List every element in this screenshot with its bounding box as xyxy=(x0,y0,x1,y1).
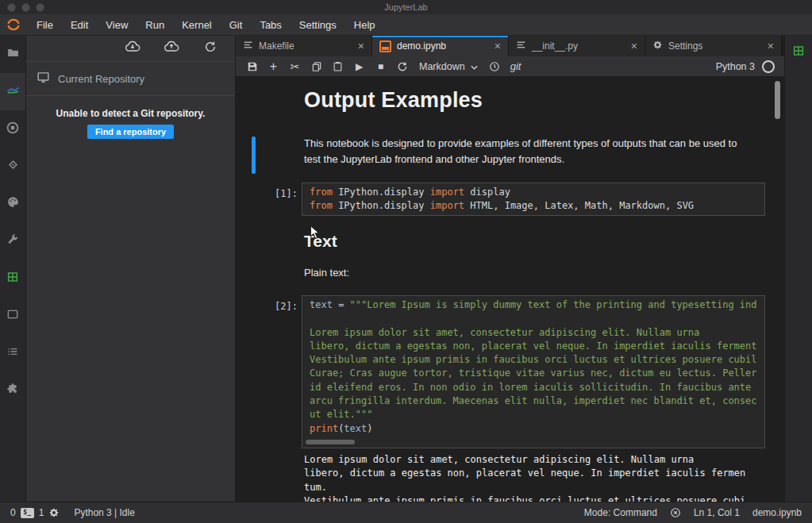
sidebar-item-open-tabs[interactable] xyxy=(0,297,25,334)
cursor-position[interactable]: Ln 1, Col 1 xyxy=(694,507,740,518)
markdown-paragraph: This notebook is designed to provide exa… xyxy=(304,136,737,167)
circled-x-icon[interactable] xyxy=(670,507,681,518)
terminals-count[interactable]: 0 xyxy=(10,507,16,518)
copy-cells-button[interactable] xyxy=(306,57,327,76)
tab-settings[interactable]: Settings × xyxy=(645,36,782,56)
menu-kernel[interactable]: Kernel xyxy=(173,19,221,31)
terminal-icon: $_ xyxy=(21,508,34,518)
stop-button[interactable]: ■ xyxy=(370,57,391,76)
horizontal-scrollbar-thumb[interactable] xyxy=(306,440,355,444)
tab-bar: Makefile × demo.ipynb × __init__.py × Se… xyxy=(236,36,784,56)
plain-text-label: Plain text: xyxy=(304,265,349,281)
git-push-button[interactable] xyxy=(160,39,182,58)
cell-type-dropdown[interactable]: Markdown xyxy=(413,61,484,72)
kernel-name: Python 3 xyxy=(716,61,755,72)
active-filename[interactable]: demo.ipynb xyxy=(752,507,802,518)
cut-cells-button[interactable]: ✂ xyxy=(284,57,306,76)
menu-edit[interactable]: Edit xyxy=(62,19,97,31)
table-green-icon xyxy=(6,271,19,286)
sidebar-item-table-extension[interactable] xyxy=(0,260,25,297)
tab-demo-ipynb[interactable]: demo.ipynb × xyxy=(372,36,509,56)
close-window-button[interactable] xyxy=(7,3,16,12)
sidebar-item-running-sessions[interactable] xyxy=(0,110,25,148)
chevron-down-icon xyxy=(471,61,478,72)
git-refresh-button[interactable] xyxy=(199,39,221,58)
close-tab-icon[interactable]: × xyxy=(358,40,364,52)
save-button[interactable] xyxy=(241,57,263,76)
status-bar: 0 $_ 1 Python 3 | Idle Mode: Command Ln … xyxy=(0,502,812,523)
git-panel-body: Unable to detect a Git repository. Find … xyxy=(26,96,235,139)
menu-settings[interactable]: Settings xyxy=(291,19,345,31)
tab-label: __init__.py xyxy=(532,40,625,52)
menu-git[interactable]: Git xyxy=(221,19,252,31)
menu-tabs[interactable]: Tabs xyxy=(251,19,290,31)
main-area: Current Repository Unable to detect a Gi… xyxy=(0,36,812,502)
run-button[interactable]: ▶ xyxy=(348,57,370,76)
jupyter-logo-icon xyxy=(6,17,21,33)
sidebar-item-inspector[interactable] xyxy=(0,222,25,260)
git-panel: Current Repository Unable to detect a Gi… xyxy=(26,36,236,502)
menu-run[interactable]: Run xyxy=(137,19,173,31)
notebook-icon xyxy=(379,40,391,52)
notebook-panel[interactable]: Output Examples This notebook is designe… xyxy=(236,77,784,502)
right-sidebar-item-table[interactable] xyxy=(792,45,805,60)
mouse-cursor xyxy=(310,225,321,244)
kernel-status-icon xyxy=(762,60,775,73)
sidebar-item-commands[interactable] xyxy=(0,185,25,222)
vertical-scrollbar-thumb[interactable] xyxy=(775,81,780,119)
sidebar-item-list[interactable] xyxy=(0,334,25,371)
markdown-heading-1: Output Examples xyxy=(304,88,483,113)
list-icon xyxy=(6,345,19,361)
file-text-icon xyxy=(243,40,253,52)
menu-file[interactable]: File xyxy=(28,19,62,31)
selected-cell-indicator[interactable] xyxy=(252,137,256,174)
window-icon xyxy=(6,308,19,324)
tab-label: Makefile xyxy=(259,40,352,52)
close-tab-icon[interactable]: × xyxy=(631,40,637,52)
palette-icon xyxy=(6,195,20,212)
git-pull-button[interactable] xyxy=(121,39,143,58)
git-toolbar-button[interactable]: git xyxy=(506,60,526,72)
paste-cells-button[interactable] xyxy=(327,57,348,76)
close-tab-icon[interactable]: × xyxy=(768,40,774,52)
sidebar-item-file-browser[interactable] xyxy=(0,36,25,73)
kernel-gear-icon xyxy=(48,507,60,518)
history-clock-button[interactable] xyxy=(484,57,506,76)
notebook-toolbar: + ✂ ▶ ■ Markdown git Python 3 xyxy=(236,56,784,77)
zoom-window-button[interactable] xyxy=(36,3,44,12)
minimize-window-button[interactable] xyxy=(21,3,30,12)
sidebar-item-diamond[interactable] xyxy=(0,148,25,185)
menu-help[interactable]: Help xyxy=(345,19,384,31)
input-prompt-1: [1]: xyxy=(236,188,298,199)
intro-line-1: This notebook is designed to provide exa… xyxy=(304,136,737,152)
kernel-indicator[interactable]: Python 3 xyxy=(716,60,775,73)
current-repository-header[interactable]: Current Repository xyxy=(26,62,235,96)
add-cell-button[interactable]: + xyxy=(263,57,284,76)
mode-indicator[interactable]: Mode: Command xyxy=(584,507,657,518)
tab-label: Settings xyxy=(668,40,762,52)
puzzle-icon xyxy=(6,383,19,398)
window-title: JupyterLab xyxy=(0,2,812,12)
restart-kernel-button[interactable] xyxy=(391,57,413,76)
tab-makefile[interactable]: Makefile × xyxy=(236,36,372,56)
kernel-status-text[interactable]: Python 3 | Idle xyxy=(74,507,135,518)
sidebar-item-git[interactable] xyxy=(0,73,25,110)
find-repository-button[interactable]: Find a repository xyxy=(87,125,174,139)
code-cell-2[interactable]: text = """Lorem Ipsum is simply dummy te… xyxy=(302,295,765,448)
no-repo-message: Unable to detect a Git repository. xyxy=(26,108,235,119)
titlebar: JupyterLab xyxy=(0,0,812,14)
sidebar-item-extensions[interactable] xyxy=(0,371,25,409)
current-repository-label: Current Repository xyxy=(58,73,144,85)
close-tab-icon[interactable]: × xyxy=(495,40,501,52)
running-icon xyxy=(6,121,20,138)
kernels-count[interactable]: 1 xyxy=(39,507,44,518)
tab-init-py[interactable]: __init__.py × xyxy=(509,36,645,56)
menu-view[interactable]: View xyxy=(97,19,137,31)
gear-icon xyxy=(652,40,663,52)
cloud-download-icon xyxy=(125,39,140,58)
table-green-icon xyxy=(792,44,805,60)
intro-line-2: test the JupyterLab frontend and other J… xyxy=(304,152,737,167)
traffic-lights xyxy=(7,3,44,12)
code-cell-2-editor[interactable]: text = """Lorem Ipsum is simply dummy te… xyxy=(310,298,757,436)
code-cell-1[interactable]: from IPython.display import displayfrom … xyxy=(302,183,765,216)
